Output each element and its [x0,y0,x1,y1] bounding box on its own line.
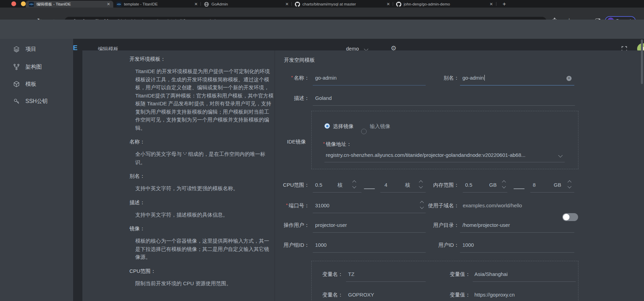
sidebar-nav: 项目 架构图 模板 SS [0,39,73,301]
memory-min-stepper[interactable] [503,181,505,188]
image-address-underline [324,162,565,162]
globe-favicon [204,2,209,7]
var-value-label: 变量值： [422,271,470,278]
sidebar-item-label: 架构图 [25,63,42,71]
description-label: 描述： [240,95,309,102]
operator-user-label: 操作用户： [240,222,309,229]
form-title: 开发空间模板 [284,57,315,63]
alias-underline [460,85,574,85]
browser-window: <t> 编辑模板 - TitanIDE ✕ <t> template - Tit… [0,0,644,301]
sidebar-item-label: SSH公钥 [25,98,48,105]
sidebar-item-label: 模板 [25,81,36,88]
tab-close-icon[interactable]: ✕ [107,2,110,6]
alias-label: 别名： [378,75,459,81]
var-value-input[interactable]: Asia/Shanghai [474,271,508,277]
memory-range-label: 内存范围： [378,182,459,188]
sidebar-item-projects[interactable]: 项目 [0,43,73,55]
cpu-min-unit: 核 [337,182,343,188]
radio-input-image-label[interactable]: 输入镜像 [370,123,390,130]
name-underline [313,85,426,85]
alias-input[interactable]: go-admin [462,75,485,81]
user-id-label: 用户ID： [378,242,459,248]
tab-title: template - TitanIDE [124,2,192,6]
cpu-range-label: CPU范围： [240,182,309,188]
name-input[interactable]: go-admin [315,75,337,81]
var-name-input[interactable]: GOPROXY [348,292,374,298]
help-section-title: 开发环境模板： [129,56,274,62]
group-id-label: 用户组ID： [240,242,309,248]
name-label: *名称： [240,75,309,81]
tab-separator [200,2,201,6]
operator-user-input[interactable]: projector-user [315,222,347,228]
sidebar-item-ssh-keys[interactable]: SSH公钥 [0,95,73,107]
subdomain-toggle[interactable] [562,213,578,221]
var-value-input[interactable]: https://goproxy.cn [474,292,515,298]
cpu-min-stepper[interactable] [353,181,356,188]
clear-input-icon[interactable] [566,76,572,81]
subdomain-label: 使用子域名： [378,202,459,209]
user-dir-input[interactable]: /home/projector-user [462,222,510,228]
tab-separator [393,2,393,6]
help-section-title: CPU范围： [129,268,274,275]
cpu-max-underline [380,192,426,193]
github-favicon [295,2,300,7]
tab-go-admin-demo[interactable]: john-deng/go-admin-demo ✕ [393,1,496,8]
ide-image-label: IDE镜像 [240,139,306,145]
var-value-label: 变量值： [422,292,470,298]
tab-close-icon[interactable]: ✕ [194,2,198,6]
port-underline [313,213,426,213]
help-section-body: 限制当前开发环境的 CPU 资源使用范围。 [129,279,274,288]
user-id-input[interactable]: 1000 [462,242,474,248]
user-dir-underline [460,232,574,233]
tab-close-icon[interactable]: ✕ [285,2,289,6]
tab-charts-bitnami-mysql[interactable]: charts/bitnami/mysql at master ✕ [292,1,393,8]
help-section-body: 全小写的英文字母与 '-' 组成的，是在工作空间内的唯一标识。 [129,150,274,166]
group-id-input[interactable]: 1000 [315,242,326,248]
github-favicon [396,2,401,7]
traffic-light-close-icon[interactable] [11,1,16,6]
image-address-label: *镜像地址： [323,141,352,148]
user-dir-label: 用户目录： [378,222,459,229]
traffic-light-minimize-icon[interactable] [21,1,26,6]
radio-select-image[interactable] [324,123,330,129]
sidebar-item-label: 项目 [25,46,36,53]
port-label: *端口号： [240,202,309,209]
sidebar-item-architecture[interactable]: 架构图 [0,61,73,73]
titanide-favicon: <t> [29,2,34,7]
column-divider [275,50,275,301]
titanide-favicon: <t> [116,2,122,7]
sidebar-item-templates[interactable]: 模板 [0,78,73,90]
ide-image-group [311,111,578,169]
description-input[interactable]: Goland [315,95,332,101]
port-input[interactable]: 31000 [315,202,330,208]
description-underline [313,105,575,106]
memory-min-unit: GB [489,182,497,188]
var-name-input[interactable]: TZ [348,271,354,277]
tab-goadmin[interactable]: GoAdmin ✕ [201,1,292,8]
memory-min-input[interactable]: 0.5 [465,182,472,188]
radio-select-image-label[interactable]: 选择镜像 [333,123,354,130]
radio-input-image[interactable] [361,129,367,134]
tab-title: 编辑模板 - TitanIDE [36,2,104,7]
browser-toolbar: ← → ↻ ⌂ demo.titanide.cn/ide/web/workspa… [0,8,644,20]
help-section-body: 支持中英文字符，描述模板的具体信息。 [129,211,274,219]
tab-template[interactable]: <t> template - TitanIDE ✕ [113,1,201,8]
cpu-min-underline [313,192,361,193]
memory-max-input[interactable]: 8 [533,182,536,188]
new-tab-button[interactable]: + [503,1,506,8]
image-address-select[interactable]: registry.cn-shenzhen.aliyuncs.com/titani… [326,152,526,158]
memory-max-stepper[interactable] [568,181,571,188]
tab-close-icon[interactable]: ✕ [387,2,390,6]
memory-min-underline [463,192,507,193]
tab-title: charts/bitnami/mysql at master [302,2,384,6]
cpu-min-input[interactable]: 0.5 [315,182,322,188]
tab-close-icon[interactable]: ✕ [490,2,493,6]
user-id-underline [460,252,574,253]
cube-icon [13,81,20,88]
memory-max-underline [530,192,574,193]
layers-icon [13,46,20,53]
tab-edit-template[interactable]: <t> 编辑模板 - TitanIDE ✕ [26,1,113,8]
scrollbar-thumb[interactable] [641,39,643,84]
group-id-underline [313,252,426,253]
var-name-underline [346,281,426,282]
